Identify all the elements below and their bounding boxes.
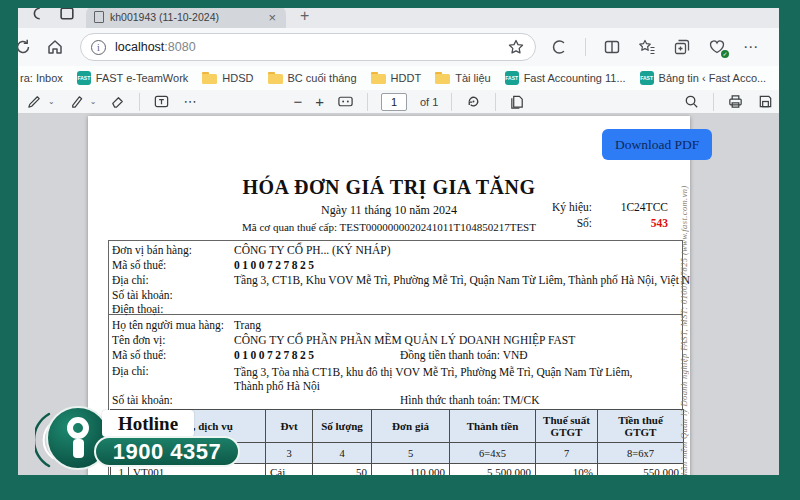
header-amount: Thành tiền xyxy=(450,410,536,443)
seller-unit-label: Đơn vị bán hàng: xyxy=(112,244,234,256)
home-button[interactable] xyxy=(46,38,64,56)
frame-border-top xyxy=(0,0,800,8)
toolbar-more-icon[interactable]: ⋯ xyxy=(183,94,197,109)
bookmark-fast-eteamwork[interactable]: FASTFAST e-TeamWork xyxy=(77,71,189,85)
bookmark-folder-hdsd[interactable]: HDSD xyxy=(202,72,253,84)
seller-address-value: Tầng 3, CT1B, Khu VOV Mễ Trì, Phường Mễ … xyxy=(234,274,690,286)
tab-close-icon[interactable]: × xyxy=(266,11,278,24)
buyer-tax-label: Mã số thuế: xyxy=(112,349,234,361)
browser-window: kh001943 (11-10-2024) × + i localhost:80… xyxy=(0,0,800,500)
buyer-address-label: Địa chỉ: xyxy=(112,365,234,377)
navbar-right-icons: ✓ ⋯ xyxy=(550,38,759,56)
hotline-number: 1900 4357 xyxy=(94,436,240,467)
url-port: :8080 xyxy=(164,40,195,54)
numbering-cell: 4 xyxy=(313,443,372,464)
folder-icon xyxy=(435,72,450,84)
download-pdf-button[interactable]: Download PDF xyxy=(602,129,712,160)
bookmarks-bar: ra: Inbox FASTFAST e-TeamWork HDSD BC cu… xyxy=(0,66,800,90)
seller-address-label: Địa chỉ: xyxy=(112,274,234,286)
seller-phone-label: Điện thoại: xyxy=(112,303,234,315)
settings-menu-icon[interactable]: ⋯ xyxy=(743,38,759,56)
header-vat-amount: Tiền thuế GTGT xyxy=(598,410,684,443)
seller-tax-row: Mã số thuế:0100727825 xyxy=(112,259,317,271)
fast-logo-icon: FAST xyxy=(505,71,519,85)
numbering-cell: 6=4x5 xyxy=(450,443,536,464)
numbering-cell: 7 xyxy=(536,443,598,464)
pdf-toolbar: ⌄ ⌄ ⋯ − + of 1 xyxy=(0,90,800,114)
navigation-bar: i localhost:8080 ✓ ⋯ xyxy=(0,28,800,66)
highlighter-dropdown-icon[interactable]: ⌄ xyxy=(90,97,97,106)
rotate-icon[interactable] xyxy=(465,93,482,110)
bookmark-bang-tin[interactable]: FASTBảng tin ‹ Fast Acco... xyxy=(640,71,767,85)
frame-border-right xyxy=(779,0,800,500)
folder-icon xyxy=(371,72,386,84)
page-number-input[interactable] xyxy=(381,93,407,111)
seller-tax-value: 0100727825 xyxy=(234,259,317,271)
fast-logo-icon: FAST xyxy=(640,71,654,85)
page-view-icon[interactable] xyxy=(509,93,526,110)
print-icon[interactable] xyxy=(727,93,744,110)
essentials-check-badge: ✓ xyxy=(721,50,729,58)
add-text-icon[interactable] xyxy=(153,93,170,110)
browser-tab[interactable]: kh001943 (11-10-2024) × xyxy=(86,6,286,28)
pen-dropdown-icon[interactable]: ⌄ xyxy=(48,97,55,106)
buyer-unit-row: Tên đơn vị:CÔNG TY CỔ PHẦN PHẦN MỀM QUẢN… xyxy=(112,334,575,346)
pdf-zoom-page-group: − + of 1 xyxy=(293,93,526,111)
collections-icon[interactable] xyxy=(673,38,691,56)
bookmark-label: Fast Accounting 11... xyxy=(524,72,626,84)
zoom-in-button[interactable]: + xyxy=(315,94,324,109)
tab-favicon-icon xyxy=(94,11,104,23)
seller-account-label: Số tài khoản: xyxy=(112,289,234,301)
bookmark-label: Tài liệu xyxy=(455,72,490,84)
eraser-icon[interactable] xyxy=(109,93,126,110)
toolbar-divider xyxy=(367,93,368,111)
bookmark-star-button[interactable] xyxy=(507,38,525,56)
buyer-name-value: Trang xyxy=(234,319,261,331)
highlighter-icon[interactable] xyxy=(68,93,85,110)
buyer-name-label: Họ tên người mua hàng: xyxy=(112,319,234,331)
header-quantity: Số lượng xyxy=(313,410,372,443)
search-icon[interactable] xyxy=(683,93,700,110)
fit-to-width-icon[interactable] xyxy=(337,93,354,110)
bookmark-label: FAST e-TeamWork xyxy=(96,72,189,84)
buyer-tax-value: 0100727825 xyxy=(234,349,317,361)
site-info-icon[interactable]: i xyxy=(91,40,106,55)
buyer-unit-value: CÔNG TY CỔ PHẦN PHẦN MỀM QUẢN LÝ DOANH N… xyxy=(234,334,575,346)
pdf-right-group xyxy=(683,93,774,111)
serial-label: Ký hiệu: xyxy=(552,201,592,213)
toolbar-divider xyxy=(139,93,140,111)
seller-address-row: Địa chỉ:Tầng 3, CT1B, Khu VOV Mễ Trì, Ph… xyxy=(112,274,690,286)
seller-account-row: Số tài khoản: xyxy=(112,289,234,301)
favorites-icon[interactable] xyxy=(638,38,656,56)
bookmark-fast-accounting[interactable]: FASTFast Accounting 11... xyxy=(505,71,626,85)
invoice-title: HÓA ĐƠN GIÁ TRỊ GIA TĂNG xyxy=(88,176,690,199)
split-screen-icon[interactable] xyxy=(603,38,621,56)
buyer-currency-line: Đồng tiền thanh toán: VNĐ xyxy=(400,349,528,361)
bookmark-label: HDSD xyxy=(222,72,253,84)
address-bar[interactable]: i localhost:8080 xyxy=(80,33,536,61)
bookmark-label: HDDT xyxy=(391,72,422,84)
seller-unit-row: Đơn vị bán hàng:CÔNG TY CỔ PH... (KÝ NHÁ… xyxy=(112,244,391,256)
folder-icon xyxy=(202,72,217,84)
bookmark-inbox[interactable]: ra: Inbox xyxy=(20,72,63,84)
folder-icon xyxy=(268,72,283,84)
browser-essentials-button[interactable]: ✓ xyxy=(708,38,726,56)
buyer-unit-label: Tên đơn vị: xyxy=(112,334,234,346)
bookmark-folder-tai-lieu[interactable]: Tài liệu xyxy=(435,72,490,84)
toolbar-divider xyxy=(713,93,714,111)
numbering-cell: 8=6x7 xyxy=(598,443,684,464)
copilot-icon[interactable] xyxy=(550,38,568,56)
zoom-out-button[interactable]: − xyxy=(293,94,302,109)
url-text: localhost:8080 xyxy=(115,40,507,54)
numbering-cell: 3 xyxy=(266,443,313,464)
bookmark-folder-hddt[interactable]: HDDT xyxy=(371,72,422,84)
invoice-side-note: phần Phần mềm Quản lý Doanh nghiệp FAST,… xyxy=(679,172,689,500)
bookmark-folder-bc-cuoi-thang[interactable]: BC cuối tháng xyxy=(268,72,357,84)
new-tab-button[interactable]: + xyxy=(300,8,309,24)
invoice-serial-block: Ký hiệu:1C24TCC Số:543 xyxy=(488,201,668,233)
save-icon[interactable] xyxy=(757,93,774,110)
draw-pen-icon[interactable] xyxy=(26,93,43,110)
buyer-address-row: Địa chỉ:Tầng 3, Tòa nhà CT1B, khu đô thị… xyxy=(112,365,654,394)
hotline-label: Hotline xyxy=(102,410,194,437)
bookmark-label: BC cuối tháng xyxy=(288,72,357,84)
